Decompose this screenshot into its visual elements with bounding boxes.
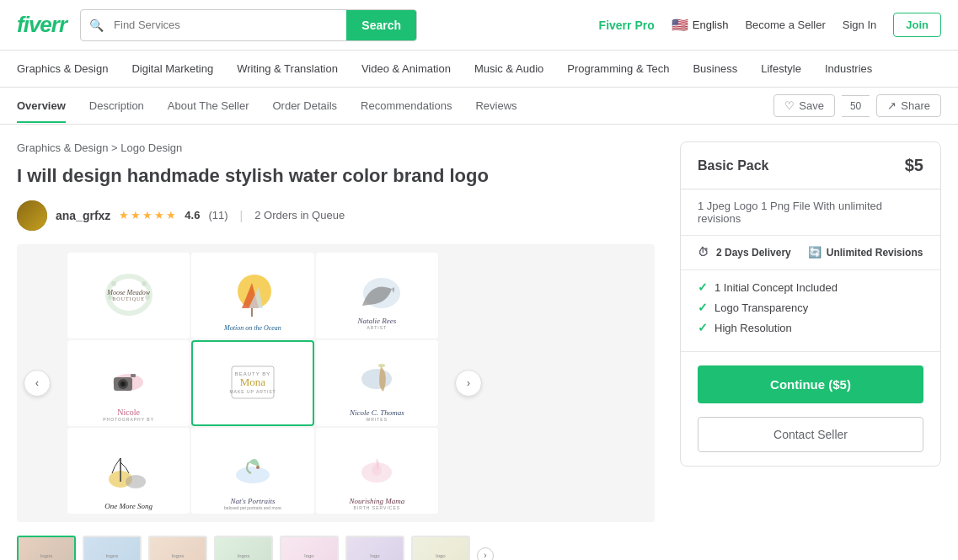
tab-description[interactable]: Description	[89, 89, 144, 122]
rating-value: 4.6	[185, 209, 200, 221]
breadcrumb: Graphics & Design > Logo Design	[17, 141, 655, 154]
thumbnail-6[interactable]: logo	[345, 536, 404, 560]
become-seller-link[interactable]: Become a Seller	[745, 19, 825, 31]
thumbnail-4[interactable]: logos	[214, 536, 273, 560]
search-icon: 🔍	[81, 10, 104, 40]
separator: |	[240, 209, 244, 222]
sidebar: Basic Pack $5 1 Jpeg Logo 1 Png File Wit…	[680, 141, 941, 560]
svg-point-19	[126, 475, 146, 488]
language-label: English	[693, 19, 729, 31]
logo-card-3[interactable]: Natalie Rees ARTIST	[316, 253, 438, 339]
fiverr-pro-link[interactable]: Fiverr Pro	[599, 19, 655, 32]
delivery-meta: ⏱ 2 Days Delivery	[698, 246, 791, 259]
tab-overview[interactable]: Overview	[17, 89, 66, 122]
share-label: Share	[901, 99, 930, 112]
breadcrumb-parent[interactable]: Graphics & Design	[17, 141, 108, 154]
breadcrumb-child[interactable]: Logo Design	[120, 141, 182, 154]
logo-card-1[interactable]: Moose Meadow BOUTIQUE	[67, 253, 190, 339]
star-3: ★	[142, 209, 153, 221]
star-rating: ★ ★ ★ ★ ★	[119, 209, 176, 221]
gallery-next-arrow[interactable]: ›	[455, 370, 482, 397]
continue-button[interactable]: Continue ($5)	[698, 365, 923, 403]
feature-label-2: Logo Transparency	[714, 301, 808, 314]
contact-seller-button[interactable]: Contact Seller	[698, 417, 923, 452]
clock-icon: ⏱	[698, 246, 711, 259]
seller-name[interactable]: ana_grfxz	[56, 209, 110, 222]
pack-name: Basic Pack	[698, 158, 769, 173]
svg-point-22	[256, 466, 260, 469]
thumbnail-5[interactable]: logo	[280, 536, 339, 560]
nav-programming-tech[interactable]: Programming & Tech	[567, 59, 669, 78]
logo-card-7[interactable]: One More Song	[67, 428, 190, 514]
seller-info: ana_grfxz ★ ★ ★ ★ ★ 4.6 (11) | 2 Orders …	[17, 200, 655, 231]
join-button[interactable]: Join	[893, 13, 941, 37]
orders-queue: 2 Orders in Queue	[254, 209, 345, 221]
header-right: Fiverr Pro 🇺🇸 English Become a Seller Si…	[599, 13, 941, 37]
thumbnail-strip: logos logos logos logos logo	[17, 532, 655, 560]
svg-rect-14	[131, 374, 136, 377]
logo-card-6[interactable]: Nicole C. Thomas WRITES	[316, 340, 438, 426]
search-button[interactable]: Search	[346, 10, 416, 40]
review-count: (11)	[208, 209, 227, 221]
pack-description: 1 Jpeg Logo 1 Png File With unlimited re…	[681, 189, 940, 236]
thumbnail-7[interactable]: logo	[411, 536, 470, 560]
nav-industries[interactable]: Industries	[825, 59, 872, 78]
gig-content: Graphics & Design > Logo Design I will d…	[17, 141, 655, 560]
revisions-label: Unlimited Revisions	[827, 247, 923, 259]
logo-card-8[interactable]: Nat's Portraits beloved pet portraits an…	[191, 428, 313, 514]
svg-point-2	[142, 281, 147, 286]
thumbnail-2[interactable]: logos	[83, 536, 142, 560]
header: fiverr 🔍 Search Fiverr Pro 🇺🇸 English Be…	[0, 0, 958, 51]
svg-point-1	[111, 281, 116, 286]
sub-nav-actions: ♡ Save 50 ↗ Share	[773, 94, 941, 117]
logo-card-9[interactable]: Nourishing Mama BIRTH SERVICES	[316, 428, 438, 514]
heart-icon: ♡	[784, 99, 795, 112]
thumbnail-1[interactable]: logos	[17, 536, 76, 560]
nav-writing-translation[interactable]: Writing & Translation	[237, 59, 338, 78]
nav-digital-marketing[interactable]: Digital Marketing	[131, 59, 213, 78]
tab-about-seller[interactable]: About The Seller	[168, 89, 249, 122]
logo-card-2[interactable]: Motion on the Ocean	[191, 253, 313, 339]
feature-1: ✓ 1 Initial Concept Included	[698, 280, 923, 294]
star-4: ★	[154, 209, 164, 221]
pack-card: Basic Pack $5 1 Jpeg Logo 1 Png File Wit…	[680, 141, 941, 467]
revisions-meta: 🔄 Unlimited Revisions	[808, 246, 923, 259]
save-button[interactable]: ♡ Save	[773, 94, 835, 117]
search-input[interactable]	[104, 10, 346, 40]
delivery-label: 2 Days Delivery	[716, 247, 791, 259]
nav-business[interactable]: Business	[693, 59, 737, 78]
pack-meta: ⏱ 2 Days Delivery 🔄 Unlimited Revisions	[681, 236, 940, 270]
svg-point-24	[372, 464, 382, 476]
check-icon-2: ✓	[698, 301, 708, 314]
share-icon: ↗	[887, 99, 896, 112]
nav-graphics-design[interactable]: Graphics & Design	[17, 59, 108, 78]
svg-point-17	[378, 364, 385, 367]
tab-order-details[interactable]: Order Details	[272, 89, 337, 122]
pack-features: ✓ 1 Initial Concept Included ✓ Logo Tran…	[681, 270, 940, 352]
pack-price: $5	[905, 156, 923, 175]
nav-video-animation[interactable]: Video & Animation	[361, 59, 451, 78]
thumbnail-3[interactable]: logos	[148, 536, 207, 560]
svg-point-21	[236, 467, 270, 483]
feature-label-3: High Resolution	[714, 322, 792, 334]
thumbnail-next-arrow[interactable]: ›	[477, 547, 494, 560]
flag-icon: 🇺🇸	[672, 17, 688, 33]
avatar[interactable]	[17, 200, 47, 231]
feature-2: ✓ Logo Transparency	[698, 301, 923, 314]
check-icon-3: ✓	[698, 321, 708, 334]
gallery-prev-arrow[interactable]: ‹	[24, 370, 51, 397]
language-selector[interactable]: 🇺🇸 English	[672, 17, 729, 33]
sign-in-link[interactable]: Sign In	[843, 19, 876, 31]
logo-card-5[interactable]: BEAUTY BY Mona MAKE UP ARTIST	[191, 340, 313, 426]
feature-label-1: 1 Initial Concept Included	[714, 281, 838, 294]
nav-lifestyle[interactable]: Lifestyle	[761, 59, 801, 78]
tab-reviews[interactable]: Reviews	[475, 89, 516, 122]
pack-header: Basic Pack $5	[681, 142, 940, 189]
gallery-main: ‹	[17, 244, 489, 522]
share-button[interactable]: ↗ Share	[876, 94, 941, 117]
fiverr-logo[interactable]: fiverr	[17, 12, 67, 38]
logo-card-4[interactable]: Nicole PHOTOGRAPHY BY	[67, 340, 190, 426]
main-content: Graphics & Design > Logo Design I will d…	[0, 125, 958, 560]
nav-music-audio[interactable]: Music & Audio	[474, 59, 543, 78]
tab-recommendations[interactable]: Recommendations	[361, 89, 452, 122]
